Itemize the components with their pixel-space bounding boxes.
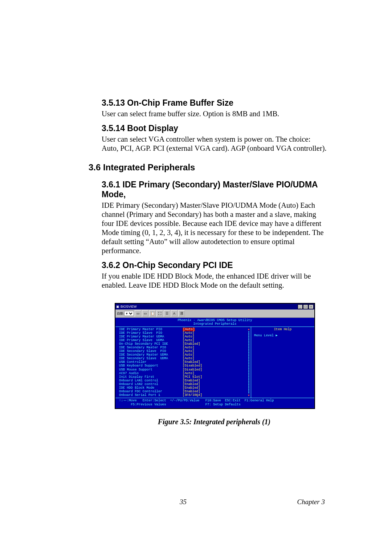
bios-setting-label: USB Mouse Support (119, 368, 183, 372)
bios-setting-value[interactable]: Auto (183, 335, 194, 339)
bios-setting-row[interactable]: IDE Secondary Master PIOAuto (119, 346, 249, 349)
bios-setting-label: IDE Secondary Slave PIO (119, 349, 183, 353)
bios-setting-value[interactable]: PCI Slot (183, 375, 202, 379)
window: ▣ BIOSVIEW _ □ × 自動 ▾ ▭ ▭ 📋 ⛶ ☰ A 漢 Pho (115, 303, 315, 409)
bios-setting-value[interactable]: Auto (183, 346, 194, 349)
bios-setting-row[interactable]: USB ControllerEnabled (119, 360, 249, 364)
heading-3-6-2: 3.6.2 On-Chip Secondary PCI IDE (102, 260, 327, 270)
body-3-6-1: IDE Primary (Secondary) Master/Slave PIO… (102, 201, 327, 255)
item-help-title: Item Help (254, 328, 311, 331)
menu-level: Menu Level ▶ (254, 333, 311, 337)
bios-setting-row[interactable]: Onboard LAN2 controlEnabled (119, 382, 249, 386)
heading-3-5-13: 3.5.13 On-Chip Frame Buffer Size (102, 98, 327, 108)
bios-setting-row[interactable]: IDE Secondary Master UDMAAuto (119, 353, 249, 357)
bios-screenshot: ▣ BIOSVIEW _ □ × 自動 ▾ ▭ ▭ 📋 ⛶ ☰ A 漢 Pho (115, 303, 314, 426)
page: 3.5.13 On-Chip Frame Buffer Size User ca… (0, 0, 392, 448)
bios-help-pane: Item Help Menu Level ▶ (251, 327, 314, 398)
chapter-label: Chapter 3 (297, 498, 325, 506)
bios-setting-value[interactable]: Disabled (183, 368, 202, 372)
close-icon[interactable]: × (309, 304, 314, 309)
bios-setting-value[interactable]: Auto (183, 353, 194, 357)
bios-title-2: Integrated Peripherals (115, 322, 314, 326)
body-3-5-13: User can select frame buffer size. Optio… (102, 109, 327, 118)
bios-footer-line1: ↑↓→←:Move Enter:Select +/-/PU/PD:Value F… (119, 399, 274, 402)
heading-3-6: 3.6 Integrated Peripherals (89, 162, 327, 173)
bios-setting-value[interactable]: Enabled (183, 379, 200, 382)
bios-setting-label: IDE Secondary Slave UDMA (119, 357, 183, 360)
bios-setting-label: Onboard FDC Controller (119, 390, 183, 393)
bios-title-1: Phoenix - AwardBIOS CMOS Setup Utility (115, 319, 314, 322)
bios-setting-row[interactable]: Init Display FirstPCI Slot (119, 375, 249, 379)
bios-setting-row[interactable]: IDE Secondary Slave PIOAuto (119, 349, 249, 353)
page-number: 35 (180, 498, 187, 506)
bios-setting-label: USB Keyboard Support (119, 364, 183, 368)
bios-setting-value[interactable]: Enabled (183, 342, 200, 346)
bios-setting-row[interactable]: IDE Primary Master PIOAuto (119, 328, 249, 331)
bios-setting-value[interactable]: Enabled (183, 386, 200, 390)
bios-setting-row[interactable]: IDE Primary Slave PIOAuto (119, 331, 249, 335)
bios-setting-row[interactable]: IDE Secondary Slave UDMAAuto (119, 357, 249, 360)
bios-setting-value[interactable]: Auto (183, 357, 194, 360)
bios-setting-label: Onboard LAN2 control (119, 382, 183, 386)
bios-setting-label: AC97 Audio (119, 372, 183, 375)
bios-setting-row[interactable]: USB Mouse SupportDisabled (119, 368, 249, 372)
minimize-icon[interactable]: _ (298, 304, 303, 309)
bios-setting-value[interactable]: Disabled (183, 364, 202, 368)
window-title: BIOSVIEW (121, 305, 137, 308)
toolbar-btn-1[interactable]: ▭ (135, 310, 141, 317)
bios-setting-row[interactable]: USB Keyboard SupportDisabled (119, 364, 249, 368)
bios-setting-row[interactable]: Onboard FDC ControllerEnabled (119, 390, 249, 393)
toolbar-font-select[interactable]: ▾ (124, 311, 134, 316)
scroll-up-icon[interactable]: ▲ (248, 328, 250, 331)
bios-scrollbar[interactable]: ▲ ▼ (248, 328, 250, 397)
bios-setting-label: Init Display First (119, 375, 183, 379)
bios-setting-row[interactable]: IDE Primary Master UDMAAuto (119, 335, 249, 339)
body-3-5-14: User can select VGA controller when syst… (102, 135, 327, 153)
heading-3-6-1: 3.6.1 IDE Primary (Secondary) Master/Sla… (102, 180, 327, 199)
bios-setting-value[interactable]: Auto (183, 372, 194, 375)
bios-setting-value[interactable]: Enabled (183, 390, 200, 393)
bios-setting-label: USB Controller (119, 360, 183, 364)
app-icon: ▣ (116, 305, 119, 308)
bios-setting-row[interactable]: AC97 AudioAuto (119, 372, 249, 375)
scroll-track[interactable] (248, 331, 249, 393)
bios-settings-pane[interactable]: ▲ ▼ IDE Primary Master PIOAutoIDE Primar… (115, 327, 251, 398)
bios-setting-label: IDE HDD Block Mode (119, 386, 183, 390)
bios-setting-label: Onboard LAN1 control (119, 379, 183, 382)
maximize-icon[interactable]: □ (303, 304, 308, 309)
toolbar-btn-2[interactable]: ▭ (142, 310, 148, 317)
toolbar-font-a-icon[interactable]: A (171, 310, 177, 317)
bios-setting-value[interactable]: Auto (183, 339, 194, 342)
toolbar-lang-icon[interactable]: 漢 (178, 310, 185, 317)
bios-setting-row[interactable]: On-Chip Secondary PCI IDEEnabled (119, 342, 249, 346)
heading-3-5-14: 3.5.14 Boot Display (102, 123, 327, 133)
bios-footer-line2: F5:Previous Values F7: Setup Defaults (119, 403, 241, 406)
bios-setting-row[interactable]: IDE HDD Block ModeEnabled (119, 386, 249, 390)
bios-setting-label: IDE Primary Slave PIO (119, 331, 183, 335)
page-footer: 35 Chapter 3 (102, 498, 325, 506)
bios-setting-value[interactable]: Auto (183, 349, 194, 353)
bios-setting-value[interactable]: Auto (183, 328, 195, 331)
bios-setting-value[interactable]: Enabled (183, 360, 200, 364)
toolbar-props-icon[interactable]: ☰ (164, 310, 170, 317)
bios-setting-row[interactable]: Onboard LAN1 controlEnabled (119, 379, 249, 382)
body-3-6-2: If you enable IDE HDD Block Mode, the en… (102, 272, 327, 290)
bios-screen: Phoenix - AwardBIOS CMOS Setup Utility I… (115, 318, 314, 408)
bios-setting-label: On-Chip Secondary PCI IDE (119, 342, 183, 346)
bios-setting-label: Onboard Serial Port 1 (119, 393, 183, 397)
bios-setting-label: IDE Secondary Master UDMA (119, 353, 183, 357)
toolbar-font-label: 自動 (117, 311, 123, 316)
bios-setting-row[interactable]: IDE Primary Slave UDMAAuto (119, 339, 249, 342)
toolbar: 自動 ▾ ▭ ▭ 📋 ⛶ ☰ A 漢 (115, 309, 314, 318)
toolbar-fullscreen-icon[interactable]: ⛶ (156, 310, 163, 317)
bios-setting-value[interactable]: Auto (183, 331, 194, 335)
bios-setting-row[interactable]: Onboard Serial Port 13F8/IRQ4 (119, 393, 249, 397)
bios-body: ▲ ▼ IDE Primary Master PIOAutoIDE Primar… (115, 327, 314, 398)
bios-setting-value[interactable]: Enabled (183, 382, 200, 386)
bios-setting-label: IDE Primary Master UDMA (119, 335, 183, 339)
toolbar-copy-icon[interactable]: 📋 (149, 310, 156, 317)
bios-setting-label: IDE Primary Master PIO (119, 328, 183, 331)
bios-setting-label: IDE Primary Slave UDMA (119, 339, 183, 342)
scroll-down-icon[interactable]: ▼ (248, 394, 250, 397)
bios-setting-value[interactable]: 3F8/IRQ4 (183, 393, 202, 397)
